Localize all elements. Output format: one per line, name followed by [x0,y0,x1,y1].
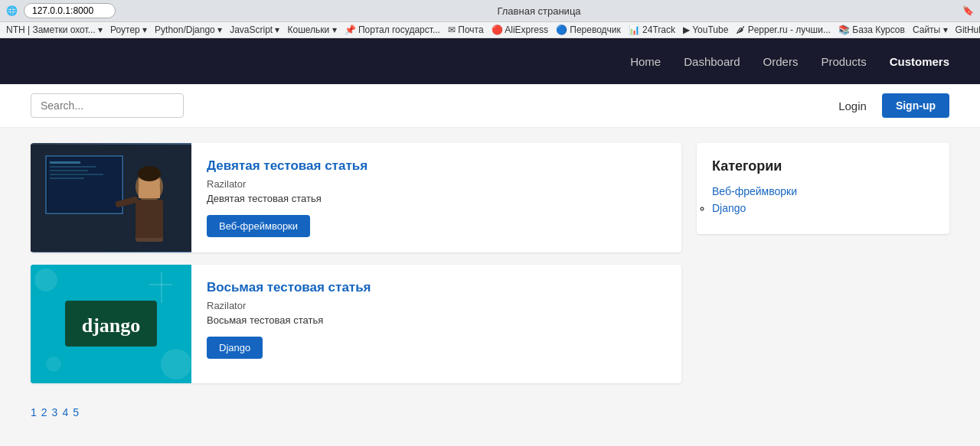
svg-rect-3 [50,161,80,164]
svg-text:django: django [82,314,141,337]
page-link-4[interactable]: 4 [62,406,68,418]
post-author-2: Razilator [207,300,666,311]
svg-rect-7 [50,177,84,179]
sidebar: Категории Веб-фреймворки Django [697,143,949,383]
post-body-1: Девятая тестовая статья Razilator Девята… [191,143,681,252]
bookmark-wallets[interactable]: Кошельки ▾ [287,24,336,35]
bookmark-sites[interactable]: Сайты ▾ [913,24,948,35]
search-input[interactable] [31,93,184,118]
svg-rect-2 [47,158,121,212]
svg-rect-20 [149,284,172,285]
post-tag-btn-1[interactable]: Веб-фреймворки [207,215,310,237]
page-link-1[interactable]: 1 [31,406,37,418]
auth-buttons: Login Sign-up [831,93,949,118]
post-link-2[interactable]: Восьмая тестовая статья [207,280,371,295]
bookmark-pepper[interactable]: 🌶 Pepper.ru - лучши... [736,24,831,35]
nav-customers[interactable]: Customers [890,55,949,68]
nav-dashboard[interactable]: Dashboard [684,55,740,68]
site-header: Home Dashboard Orders Products Customers [0,38,980,84]
svg-rect-13 [136,200,163,238]
bookmark-24track[interactable]: 📊 24Track [629,24,675,35]
bookmark-portal[interactable]: 📌 Портал государст... [345,24,440,35]
computer-visual [31,145,191,252]
nav-home[interactable]: Home [630,55,661,68]
page-link-3[interactable]: 3 [52,406,58,418]
svg-point-12 [138,166,161,181]
post-card-1: Девятая тестовая статья Razilator Девята… [31,143,681,252]
nav-products[interactable]: Products [821,55,866,68]
sidebar-category-item: Веб-фреймворки Django [712,185,934,214]
post-title-1: Девятая тестовая статья [207,158,666,174]
sidebar-card: Категории Веб-фреймворки Django [697,143,949,234]
post-description-2: Восьмая тестовая статья [207,314,666,326]
page-link-2[interactable]: 2 [41,406,47,418]
main-content: Девятая тестовая статья Razilator Девята… [0,128,980,399]
svg-rect-5 [50,170,88,171]
login-button[interactable]: Login [831,95,874,117]
sidebar-categories: Веб-фреймворки Django [712,185,934,214]
bookmark-router[interactable]: Роутер ▾ [110,24,147,35]
browser-url-bar[interactable]: 127.0.0.1:8000 [24,3,116,18]
sidebar-title: Категории [712,158,934,174]
svg-rect-11 [139,187,160,198]
browser-title: Главная страница [122,5,956,17]
bookmark-mail[interactable]: ✉ Почта [448,24,484,35]
main-nav: Home Dashboard Orders Products Customers [630,55,949,68]
bookmark-ali[interactable]: 🔴 AliExpress [492,24,548,35]
bookmark-courses[interactable]: 📚 База Курсов [838,24,905,35]
post-tag-btn-2[interactable]: Django [207,337,263,359]
svg-rect-19 [161,272,162,303]
bookmark-translate[interactable]: 🔵 Переводчик [556,24,621,35]
bookmarks-bar: NTH | Заметки охот... ▾ Роутер ▾ Python/… [0,22,980,38]
bookmark-nth[interactable]: NTH | Заметки охот... ▾ [6,24,103,35]
post-title-2: Восьмая тестовая статья [207,280,666,295]
post-description-1: Девятая тестовая статья [207,193,666,204]
svg-point-18 [46,356,61,372]
browser-favicon: 🌐 [6,5,18,16]
post-image-1 [31,143,191,252]
nav-orders[interactable]: Orders [763,55,799,68]
svg-rect-6 [50,174,103,175]
post-card-2: django Восьмая тестовая статья Razilator… [31,265,681,383]
url-text: 127.0.0.1:8000 [32,5,93,16]
search-auth-bar: Login Sign-up [0,84,980,128]
bookmark-icon: 🔖 [962,5,974,16]
bookmark-js[interactable]: JavaScript ▾ [230,24,279,35]
svg-point-16 [34,269,57,291]
posts-section: Девятая тестовая статья Razilator Девята… [31,143,681,383]
svg-point-17 [161,349,191,379]
browser-bar: 🌐 127.0.0.1:8000 Главная страница 🔖 [0,0,980,22]
post-author-1: Razilator [207,178,666,190]
post-link-1[interactable]: Девятая тестовая статья [207,158,368,173]
signup-button[interactable]: Sign-up [882,93,949,118]
pagination: 1 2 3 4 5 [0,399,980,434]
bookmark-youtube[interactable]: ▶ YouTube [683,24,728,35]
post-image-2: django [31,265,191,383]
sidebar-subcategories: Django [712,202,934,214]
sidebar-subcategory-link-django[interactable]: Django [712,202,746,214]
sidebar-category-link-webframeworks[interactable]: Веб-фреймворки [712,185,797,197]
post-body-2: Восьмая тестовая статья Razilator Восьма… [191,265,681,383]
sidebar-subcategory-item-django: Django [712,202,934,214]
bookmark-github[interactable]: GitHub ▾ [956,24,980,35]
bookmark-django[interactable]: Python/Django ▾ [155,24,222,35]
page-link-5[interactable]: 5 [73,406,79,418]
svg-rect-4 [50,166,96,168]
